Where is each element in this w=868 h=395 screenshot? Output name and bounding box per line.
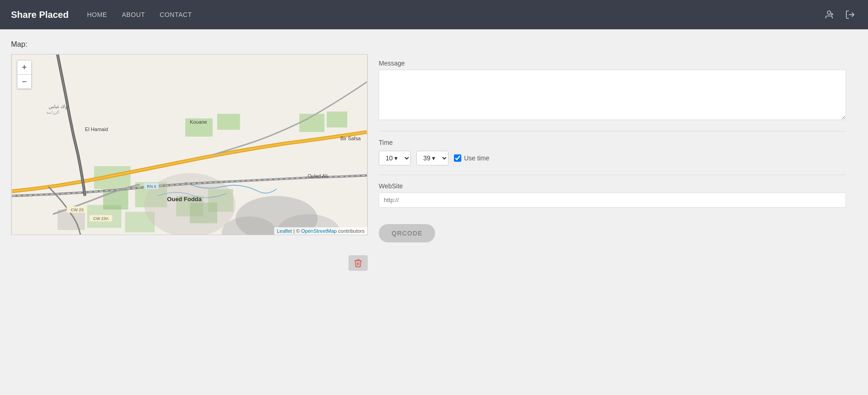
use-time-label: Use time: [464, 154, 489, 162]
nav-item-contact[interactable]: CONTACT: [160, 11, 192, 19]
message-section: Message: [379, 60, 846, 122]
qrcode-button[interactable]: QRCODE: [379, 224, 435, 242]
use-time-checkbox-label[interactable]: Use time: [454, 154, 489, 162]
logout-icon: [845, 10, 855, 20]
nav-item-home[interactable]: HOME: [87, 11, 107, 19]
openstreetmap-link[interactable]: OpenStreetMap: [301, 228, 337, 234]
map-attribution: Leaflet | © OpenStreetMap contributors: [274, 227, 367, 235]
svg-text:CW 23: CW 23: [71, 208, 83, 212]
svg-text:El Hamaid: El Hamaid: [85, 126, 108, 132]
person-add-icon: [824, 10, 834, 20]
map-section-label: Map:: [11, 40, 857, 49]
main-layout: CW 23 CW 23A RN 4 El Hamaid Kouane Bir S…: [11, 54, 857, 253]
svg-text:Bir Safsa: Bir Safsa: [340, 136, 361, 141]
map-container: CW 23 CW 23A RN 4 El Hamaid Kouane Bir S…: [11, 54, 368, 253]
form-divider-2: [379, 175, 846, 175]
brand-logo: Share Placed: [11, 10, 69, 20]
map-view[interactable]: CW 23 CW 23A RN 4 El Hamaid Kouane Bir S…: [11, 54, 368, 235]
page-content: Map:: [0, 29, 868, 264]
trash-icon: [354, 258, 363, 268]
time-hour-select[interactable]: 10 ▾ 11 12: [379, 151, 411, 165]
website-label: WebSite: [379, 182, 846, 190]
nav-item-about[interactable]: ABOUT: [122, 11, 145, 19]
website-input[interactable]: [379, 192, 846, 208]
message-textarea[interactable]: [379, 70, 846, 120]
sidebar-form: Message Time 10 ▾ 11 12 39 ▾ 00 15: [368, 54, 857, 248]
zoom-in-button[interactable]: +: [17, 60, 31, 74]
message-label: Message: [379, 60, 846, 67]
svg-text:Ouled Ali: Ouled Ali: [308, 173, 328, 179]
svg-text:الزرايبة: الزرايبة: [46, 110, 60, 115]
svg-rect-8: [326, 111, 347, 127]
time-label: Time: [379, 139, 846, 146]
time-section: Time 10 ▾ 11 12 39 ▾ 00 15 30 45: [379, 139, 846, 165]
form-divider-1: [379, 131, 846, 132]
time-minute-select[interactable]: 39 ▾ 00 15 30 45: [416, 151, 448, 165]
navbar: Share Placed HOME ABOUT CONTACT: [0, 0, 868, 29]
website-section: WebSite: [379, 182, 846, 208]
add-user-button[interactable]: [822, 8, 836, 22]
logout-button[interactable]: [843, 8, 857, 22]
navbar-icons: [822, 8, 857, 22]
leaflet-link[interactable]: Leaflet: [277, 228, 292, 234]
svg-text:CW 23A: CW 23A: [93, 216, 108, 221]
svg-text:Oued Fodda: Oued Fodda: [167, 196, 202, 203]
svg-rect-6: [217, 114, 240, 130]
svg-text:RN 4: RN 4: [147, 184, 156, 189]
map-svg: CW 23 CW 23A RN 4 El Hamaid Kouane Bir S…: [11, 55, 367, 235]
map-zoom-controls: + −: [17, 60, 32, 89]
svg-point-0: [827, 11, 830, 14]
use-time-checkbox[interactable]: [454, 154, 461, 162]
delete-map-button[interactable]: [348, 255, 368, 271]
time-controls: 10 ▾ 11 12 39 ▾ 00 15 30 45 Use time: [379, 151, 846, 165]
zoom-out-button[interactable]: −: [17, 75, 31, 88]
svg-text:Kouane: Kouane: [190, 119, 207, 125]
nav-menu: HOME ABOUT CONTACT: [87, 11, 192, 19]
svg-text:ﺍﻭﻻﺩ ﻋﺒﺎﺱ: ﺍﻭﻻﺩ ﻋﺒﺎﺱ: [49, 104, 69, 110]
